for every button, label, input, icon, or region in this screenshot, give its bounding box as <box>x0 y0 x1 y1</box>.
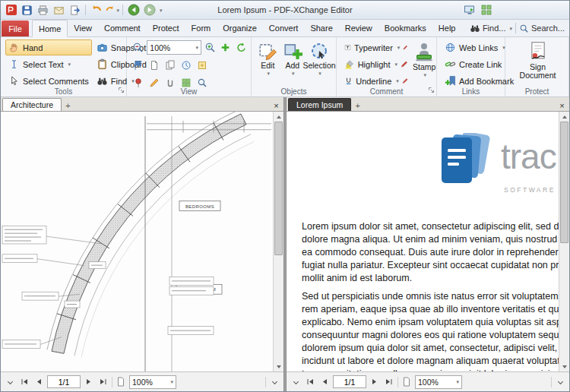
zoom-value: 100% <box>418 378 439 387</box>
destinations-panel-icon[interactable] <box>195 58 209 72</box>
document-area: Architecture + × <box>1 97 569 391</box>
zoom-select[interactable]: 100% ▾ <box>415 375 462 389</box>
typewriter-button[interactable]: Typewriter ▾ <box>341 40 411 55</box>
zoom-level-select[interactable]: 100% ▾ <box>147 40 201 55</box>
tab-lorem-ipsum-document[interactable]: Lorem Ipsum <box>288 98 351 111</box>
tab-architecture-label: Architecture <box>11 100 53 109</box>
scrollbar-track[interactable] <box>274 122 283 362</box>
print-button[interactable] <box>36 3 50 17</box>
tab-view[interactable]: View <box>68 20 98 36</box>
scroll-up-icon[interactable] <box>274 112 283 122</box>
email-button[interactable] <box>52 3 66 17</box>
new-tab-button[interactable]: + <box>62 100 74 111</box>
previous-page-button[interactable] <box>33 376 45 388</box>
history-panel-icon[interactable] <box>179 58 193 72</box>
find-quick-button[interactable]: Find... ▾ <box>470 23 512 33</box>
scroll-down-icon[interactable] <box>274 362 283 371</box>
scrollbar-track[interactable] <box>559 122 569 362</box>
close-document-icon[interactable]: × <box>271 100 282 111</box>
scrollbar-thumb[interactable] <box>274 122 283 255</box>
page-layout-icon[interactable] <box>115 376 127 388</box>
underline-icon <box>344 75 353 87</box>
statusbar-collapse-icon[interactable] <box>290 376 302 388</box>
rotate-view-button[interactable] <box>235 41 248 55</box>
statusbar-options-icon[interactable] <box>554 376 566 388</box>
hand-tool-button[interactable]: Hand <box>5 40 92 55</box>
zoom-in-button[interactable] <box>204 41 217 55</box>
dialog-launcher-icon[interactable] <box>428 86 435 95</box>
forward-button[interactable] <box>142 3 157 17</box>
sign-document-button[interactable]: Sign Document <box>515 40 562 80</box>
scroll-up-icon[interactable] <box>559 112 569 122</box>
statusbar-options-icon[interactable] <box>268 376 280 388</box>
export-button[interactable] <box>68 3 82 17</box>
highlighter-icon <box>344 58 355 70</box>
vertical-scrollbar[interactable] <box>559 112 569 371</box>
close-document-icon[interactable]: × <box>556 100 568 111</box>
thumbnails-panel-icon[interactable] <box>147 58 161 72</box>
stamp-button[interactable]: Stamp ▾ <box>413 40 435 90</box>
content-panel-icon[interactable] <box>163 58 177 72</box>
tab-form[interactable]: Form <box>185 20 217 36</box>
tile-windows-icon[interactable] <box>479 3 493 17</box>
tab-home[interactable]: Home <box>32 20 68 37</box>
tab-protect[interactable]: Protect <box>147 20 185 36</box>
first-page-button[interactable] <box>18 376 30 388</box>
scroll-down-icon[interactable] <box>559 362 569 371</box>
back-button[interactable] <box>126 3 141 17</box>
last-page-button[interactable] <box>383 376 395 388</box>
edit-objects-label: Edit <box>261 62 274 70</box>
dialog-launcher-icon[interactable] <box>118 86 125 95</box>
highlight-button[interactable]: Highlight ▾ <box>341 56 411 72</box>
scrollbar-thumb[interactable] <box>560 122 568 243</box>
page-number-input[interactable] <box>333 375 366 388</box>
text-line: dolore magna aliqua. Ut enim ad minim ve… <box>302 233 559 246</box>
tab-review[interactable]: Review <box>339 20 378 36</box>
next-page-button[interactable] <box>83 376 95 388</box>
save-button[interactable] <box>20 3 34 17</box>
first-page-button[interactable] <box>304 376 316 388</box>
titlebar: ▾ ▾ Lorem Ipsum - PDF-XChange Editor <box>1 1 569 20</box>
text-line: incidunt ut labore et dolore magnam aliq… <box>302 355 559 368</box>
edit-objects-button[interactable]: Edit ▾ <box>256 40 280 76</box>
tab-help[interactable]: Help <box>432 20 462 36</box>
ui-switch-icon[interactable] <box>462 3 477 17</box>
next-page-button[interactable] <box>369 376 381 388</box>
tab-organize[interactable]: Organize <box>217 20 263 36</box>
statusbar-collapse-icon[interactable] <box>4 376 16 388</box>
page-number-input[interactable] <box>47 375 81 388</box>
redo-button[interactable]: ▾ <box>105 3 119 17</box>
select-text-button[interactable]: Select Text ▾ <box>5 56 92 72</box>
ribbon: Hand Select Text ▾ Select Comments <box>1 37 569 97</box>
file-tab[interactable]: File <box>2 21 29 36</box>
cursor-arrow-icon <box>8 75 20 87</box>
zoom-select-caret-icon: ▾ <box>170 379 173 384</box>
previous-page-button[interactable] <box>318 376 331 388</box>
titlebar-divider <box>122 5 123 15</box>
selection-button[interactable]: Selection ▾ <box>306 40 333 76</box>
zoom-caret-icon: ▾ <box>195 45 198 50</box>
vertical-scrollbar[interactable] <box>273 112 283 371</box>
bookmarks-panel-icon[interactable] <box>131 58 145 72</box>
left-pane: Architecture + × <box>1 97 283 391</box>
zoom-out-button[interactable] <box>131 41 144 55</box>
select-comments-button[interactable]: Select Comments <box>5 73 92 89</box>
zoom-add-button[interactable] <box>219 41 232 55</box>
tab-share[interactable]: Share <box>304 20 338 36</box>
edit-object-icon <box>258 41 277 61</box>
search-quick-button[interactable]: Search... <box>519 24 565 33</box>
page-layout-icon[interactable] <box>401 376 413 388</box>
highlight-label: Highlight <box>358 60 391 69</box>
text-line: ea commodo consequat. Duis aute irure do… <box>302 246 559 259</box>
add-objects-button[interactable]: Add ▾ <box>281 40 305 76</box>
tab-architecture-document[interactable]: Architecture <box>2 98 62 111</box>
tab-comment[interactable]: Comment <box>98 20 147 36</box>
underline-button[interactable]: Underline ▾ <box>341 73 411 89</box>
tab-convert[interactable]: Convert <box>263 20 305 36</box>
new-tab-button[interactable]: + <box>352 100 363 111</box>
zoom-select[interactable]: 100% ▾ <box>129 375 176 389</box>
tab-bookmarks[interactable]: Bookmarks <box>378 20 432 36</box>
quick-access-caret-icon[interactable]: ▾ <box>160 8 163 13</box>
undo-button[interactable] <box>89 3 103 17</box>
last-page-button[interactable] <box>97 376 109 388</box>
